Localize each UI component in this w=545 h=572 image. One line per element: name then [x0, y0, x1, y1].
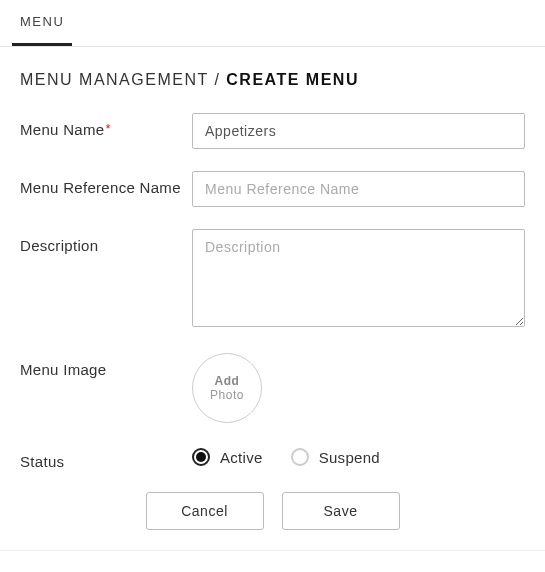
menu-name-input[interactable]	[192, 113, 525, 149]
status-radio-active-label: Active	[220, 449, 263, 466]
breadcrumb-parent[interactable]: MENU MANAGEMENT	[20, 71, 208, 88]
row-status: Status Active Suspend	[20, 445, 525, 470]
label-menu-image: Menu Image	[20, 353, 192, 378]
label-status: Status	[20, 445, 192, 470]
tab-menu[interactable]: MENU	[12, 0, 72, 46]
row-menu-image: Menu Image Add Photo	[20, 353, 525, 423]
breadcrumb: MENU MANAGEMENT / CREATE MENU	[0, 47, 545, 89]
form-button-row: Cancel Save	[0, 492, 545, 550]
add-photo-text-line2: Photo	[210, 388, 244, 402]
row-reference-name: Menu Reference Name	[20, 171, 525, 207]
status-radio-group: Active Suspend	[192, 445, 525, 466]
status-radio-suspend[interactable]: Suspend	[291, 448, 380, 466]
add-photo-text-line1: Add	[215, 374, 240, 388]
breadcrumb-current: CREATE MENU	[226, 71, 359, 88]
label-description: Description	[20, 229, 192, 254]
breadcrumb-separator: /	[208, 71, 226, 88]
cancel-button[interactable]: Cancel	[146, 492, 264, 530]
label-menu-name-text: Menu Name	[20, 121, 104, 138]
radio-icon	[192, 448, 210, 466]
add-photo-button[interactable]: Add Photo	[192, 353, 262, 423]
tab-bar: MENU	[0, 0, 545, 47]
status-radio-active[interactable]: Active	[192, 448, 263, 466]
row-description: Description	[20, 229, 525, 331]
menu-reference-input[interactable]	[192, 171, 525, 207]
radio-icon	[291, 448, 309, 466]
required-marker: *	[105, 121, 110, 136]
description-textarea[interactable]	[192, 229, 525, 327]
footer-divider	[0, 550, 545, 551]
label-reference-name: Menu Reference Name	[20, 171, 192, 196]
save-button[interactable]: Save	[282, 492, 400, 530]
label-menu-name: Menu Name*	[20, 113, 192, 138]
status-radio-suspend-label: Suspend	[319, 449, 380, 466]
create-menu-form: Menu Name* Menu Reference Name Descripti…	[0, 89, 545, 470]
row-menu-name: Menu Name*	[20, 113, 525, 149]
